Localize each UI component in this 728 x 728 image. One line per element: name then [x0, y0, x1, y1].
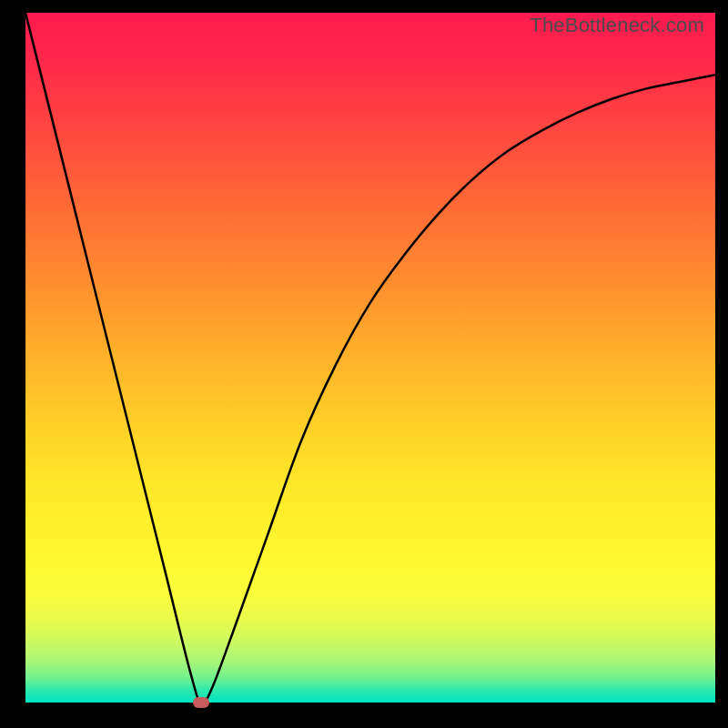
chart-plot-area: TheBottleneck.com: [25, 13, 715, 703]
bottleneck-curve: [25, 13, 715, 703]
chart-frame: TheBottleneck.com: [0, 0, 728, 728]
optimum-marker: [193, 697, 209, 708]
watermark-text: TheBottleneck.com: [530, 14, 704, 37]
curve-path: [25, 13, 715, 703]
